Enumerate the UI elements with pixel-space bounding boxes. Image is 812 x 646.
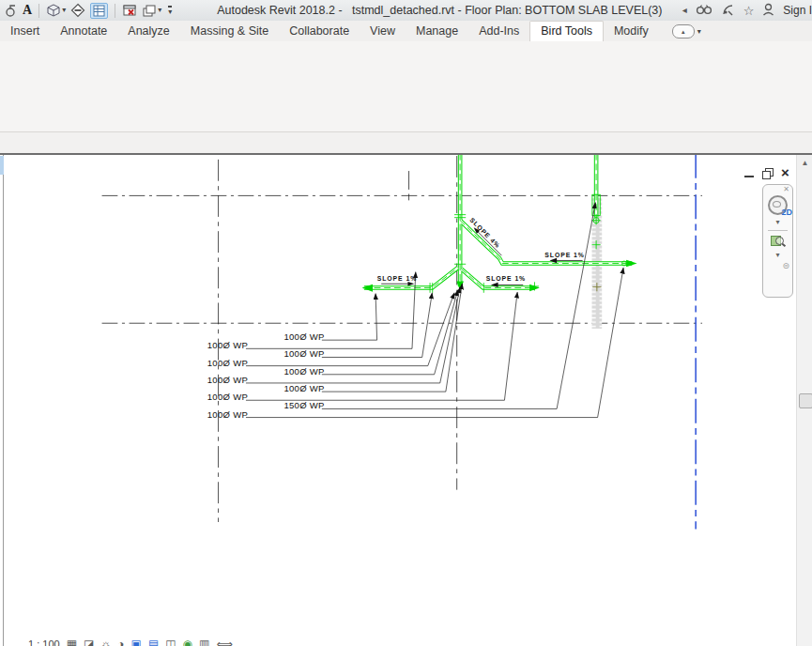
tab-manage[interactable]: Manage — [406, 22, 468, 41]
drawing-area[interactable]: SLOPE 1% SLOPE 1% SLOPE 1% SLOPE 4% 100Ø… — [0, 153, 812, 646]
pipe-size-label: 150Ø WP — [283, 400, 324, 410]
scrollbar-thumb[interactable] — [799, 393, 812, 408]
options-bar — [0, 132, 812, 153]
slope-label: SLOPE 1% — [486, 275, 526, 282]
collapse-infocenter-icon[interactable]: ◂ — [682, 6, 687, 15]
chevron-down-icon: ▾ — [158, 7, 161, 14]
chevron-down-icon: ▾ — [62, 7, 66, 14]
analytical-model-icon[interactable]: ▥ — [199, 638, 209, 646]
pipe-size-label: 100Ø WP — [283, 383, 324, 393]
slope-label: SLOPE 1% — [377, 275, 417, 282]
viewport-top-border — [0, 153, 812, 155]
keynote-tag-icon[interactable] — [4, 4, 18, 18]
crop-view-icon[interactable]: ▣ — [131, 638, 142, 646]
divider — [768, 230, 788, 231]
zoom-options-caret[interactable]: ▾ — [775, 252, 779, 259]
pipe-size-label: 100Ø WP — [283, 331, 324, 342]
reveal-hidden-icon[interactable]: ◉ — [183, 638, 192, 646]
infocenter: ◂ ☆ Sign I — [682, 3, 812, 19]
viewport-left-border — [3, 155, 4, 646]
restore-view-icon[interactable] — [762, 168, 773, 178]
user-icon[interactable] — [762, 3, 774, 19]
close-view-icon[interactable]: × — [781, 166, 789, 179]
tab-analyze[interactable]: Analyze — [117, 22, 179, 41]
visual-style-icon[interactable]: ◪ — [84, 638, 94, 646]
ribbon-cycle-icon[interactable]: ▴ — [672, 24, 695, 38]
show-crop-icon[interactable]: ▤ — [148, 638, 159, 646]
view-scale-label[interactable]: 1 : 100 — [28, 638, 60, 646]
close-navbar-icon[interactable]: ✕ — [783, 186, 789, 193]
tab-add-ins[interactable]: Add-Ins — [468, 22, 529, 41]
pipe-size-label: 100Ø WP — [207, 392, 248, 402]
search-icon[interactable] — [696, 3, 712, 19]
close-hidden-windows-icon[interactable] — [122, 4, 137, 18]
vertical-scrollbar[interactable]: ▲ — [796, 155, 812, 646]
divider — [38, 4, 39, 18]
pipe-size-label: 100Ø WP — [283, 366, 324, 377]
customize-qat-icon[interactable]: ▾ — [168, 6, 172, 16]
text-tool-icon[interactable]: A — [23, 3, 32, 18]
pipe-size-label: 100Ø WP — [207, 340, 248, 350]
slope-label: SLOPE 1% — [544, 252, 584, 258]
tab-modify[interactable]: Modify — [604, 22, 659, 41]
tab-bird-tools[interactable]: Bird Tools — [529, 21, 604, 41]
divider — [115, 4, 115, 18]
tab-annotate[interactable]: Annotate — [50, 22, 117, 41]
detail-level-icon[interactable]: ▦ — [67, 638, 77, 646]
wheel-options-caret[interactable]: ▾ — [775, 219, 779, 226]
section-tool-icon[interactable] — [70, 3, 85, 18]
scroll-up-arrow[interactable]: ▲ — [797, 155, 812, 170]
chevron-down-icon[interactable]: ▾ — [697, 28, 701, 36]
ribbon-panel-area — [0, 41, 812, 132]
temporary-hide-icon[interactable]: ◫ — [165, 638, 176, 646]
zoom-tool-icon[interactable] — [771, 234, 786, 248]
floor-plan-canvas[interactable]: SLOPE 1% SLOPE 1% SLOPE 1% SLOPE 4% 100Ø… — [0, 153, 812, 646]
view-control-bar: 1 : 100 ▦ ◪ ☼ ◑ ▣ ▤ ◫ ◉ ▥ ⟺ — [4, 635, 342, 646]
favorites-star-icon[interactable]: ☆ — [743, 5, 755, 17]
canvas-background — [100, 155, 716, 530]
schedule-tool-active[interactable] — [90, 3, 108, 19]
minimize-view-icon[interactable] — [744, 168, 754, 177]
sun-path-icon[interactable]: ☼ — [100, 638, 111, 646]
view-window-controls: × — [744, 165, 789, 180]
tab-view[interactable]: View — [360, 22, 406, 41]
ribbon-collapse-control[interactable]: ▴ ▾ — [672, 24, 701, 38]
pipe-size-label: 100Ø WP — [207, 375, 248, 385]
shadows-icon[interactable]: ◑ — [117, 638, 124, 646]
navigation-bar: ✕ 2D ▾ ▾ ⊜ — [762, 184, 793, 298]
wheel-2d-label: 2D — [781, 208, 792, 217]
steering-wheel-icon[interactable]: 2D — [768, 195, 788, 215]
pan-icon[interactable]: ⊜ — [782, 262, 789, 270]
title-bar: A ▾ ▾ ▾ Autodesk Revit 2018.2 - tstmdl_d… — [0, 0, 812, 21]
tab-collaborate[interactable]: Collaborate — [279, 22, 360, 41]
communication-center-icon[interactable] — [721, 3, 735, 19]
ribbon-tab-bar: Insert Annotate Analyze Massing & Site C… — [0, 21, 812, 41]
quick-access-toolbar: A ▾ ▾ ▾ — [0, 3, 172, 19]
pipe-size-label: 100Ø WP — [283, 348, 324, 359]
pipe-size-label: 100Ø WP — [207, 358, 248, 368]
default-3d-view-icon[interactable]: ▾ — [46, 3, 66, 18]
palette-edge — [0, 156, 4, 175]
tab-insert[interactable]: Insert — [0, 22, 50, 41]
tab-massing-site[interactable]: Massing & Site — [180, 22, 279, 41]
pipe-size-label: 100Ø WP — [207, 409, 248, 420]
window-title: Autodesk Revit 2018.2 - tstmdl_detached.… — [217, 4, 662, 17]
sign-in-label[interactable]: Sign I — [783, 4, 812, 17]
constraints-icon[interactable]: ⟺ — [216, 638, 232, 646]
switch-windows-icon[interactable]: ▾ — [142, 4, 161, 18]
